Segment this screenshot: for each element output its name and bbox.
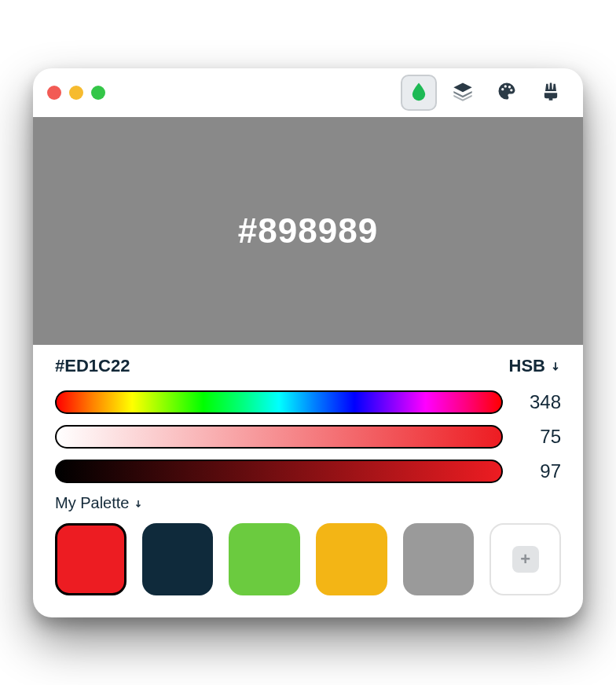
svg-point-2: [508, 86, 511, 88]
svg-point-1: [504, 85, 507, 87]
hue-slider[interactable]: [55, 390, 503, 414]
layers-tab[interactable]: [445, 75, 481, 111]
minimize-window-button[interactable]: [69, 86, 83, 100]
brush-tab[interactable]: [533, 75, 569, 111]
controls-panel: #ED1C22 HSB 348 75 97 My Palette: [33, 345, 583, 617]
titlebar: [33, 68, 583, 117]
saturation-slider[interactable]: [55, 425, 503, 449]
color-preview[interactable]: #898989: [33, 117, 583, 345]
color-mode-selector[interactable]: HSB: [509, 356, 561, 376]
saturation-value: 75: [519, 426, 561, 448]
brightness-value: 97: [519, 460, 561, 482]
palette-swatch-2[interactable]: [229, 523, 300, 595]
traffic-lights: [47, 86, 105, 100]
brightness-slider[interactable]: [55, 460, 503, 483]
app-window: #898989 #ED1C22 HSB 348 75 97 My Palette: [33, 68, 583, 617]
palette-swatch-1[interactable]: [142, 523, 214, 595]
brush-icon: [540, 80, 562, 105]
color-picker-tab[interactable]: [401, 75, 437, 111]
chevron-down-icon: [550, 356, 561, 376]
color-mode-label: HSB: [509, 356, 545, 376]
palette-title: My Palette: [55, 494, 129, 512]
close-window-button[interactable]: [47, 86, 61, 100]
plus-icon: +: [512, 546, 539, 573]
hex-value[interactable]: #ED1C22: [55, 356, 130, 376]
palette-row: +: [55, 523, 561, 595]
drop-icon: [408, 80, 430, 105]
svg-point-0: [501, 88, 504, 90]
chevron-down-icon: [134, 494, 143, 512]
zoom-window-button[interactable]: [91, 86, 105, 100]
layers-icon: [452, 80, 474, 105]
palette-swatch-0[interactable]: [55, 523, 126, 595]
palette-tab[interactable]: [489, 75, 525, 111]
add-swatch-button[interactable]: +: [490, 523, 561, 595]
svg-point-3: [510, 89, 512, 91]
palette-swatch-3[interactable]: [316, 523, 387, 595]
palette-swatch-4[interactable]: [403, 523, 475, 595]
preview-hex-label: #898989: [238, 211, 378, 251]
palette-selector[interactable]: My Palette: [55, 494, 561, 512]
palette-icon: [496, 80, 518, 105]
hue-value: 348: [519, 391, 561, 413]
